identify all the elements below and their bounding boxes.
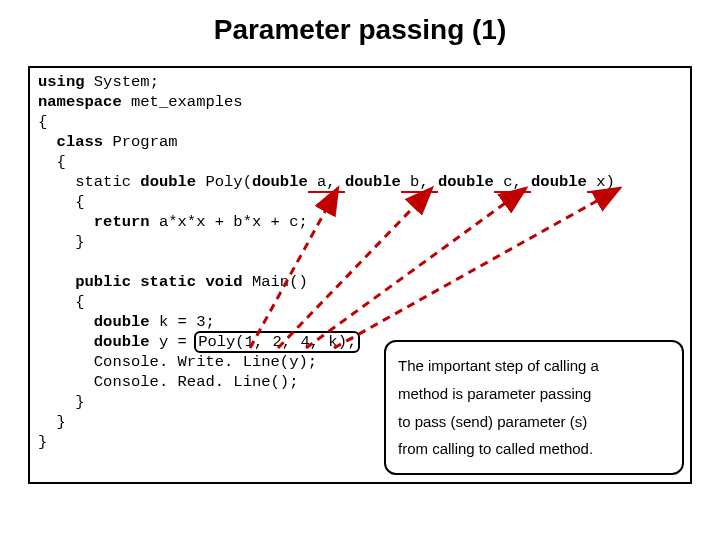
kw-using: using — [38, 73, 85, 91]
t: { — [38, 153, 66, 171]
kw-namespace: namespace — [38, 93, 122, 111]
t: } — [38, 413, 66, 431]
kw-double: double — [252, 173, 308, 191]
kw-double: double — [140, 173, 196, 191]
t: Main() — [243, 273, 308, 291]
t: { — [38, 293, 85, 311]
note-line: The important step of calling a — [398, 352, 670, 380]
t: { — [38, 193, 85, 211]
kw-double: double — [38, 333, 150, 351]
kw-return: return — [38, 213, 150, 231]
t: met_examples — [122, 93, 243, 111]
param-c: c, — [494, 173, 531, 193]
t: k = 3; — [150, 313, 215, 331]
t: a*x*x + b*x + c; — [150, 213, 308, 231]
kw-class: class — [38, 133, 103, 151]
kw-double: double — [345, 173, 401, 191]
t: y = — [150, 333, 197, 351]
param-b: b, — [401, 173, 438, 193]
kw-double: double — [531, 173, 587, 191]
t: Program — [103, 133, 177, 151]
kw-void: void — [196, 273, 243, 291]
t: } — [38, 433, 47, 451]
kw-double: double — [438, 173, 494, 191]
t: } — [38, 233, 85, 251]
call-highlight: Poly(1, 2, 4, k); — [194, 331, 360, 353]
note-line: to pass (send) parameter (s) — [398, 408, 670, 436]
param-a: a, — [308, 173, 345, 193]
t: Console. Read. Line(); — [38, 373, 298, 391]
kw-double: double — [38, 313, 150, 331]
t — [38, 253, 47, 271]
t: static — [38, 173, 140, 191]
note-line: method is parameter passing — [398, 380, 670, 408]
t: } — [38, 393, 85, 411]
t: { — [38, 113, 47, 131]
param-x: x) — [587, 173, 615, 193]
note-box: The important step of calling a method i… — [384, 340, 684, 475]
kw-public: public — [38, 273, 131, 291]
kw-static: static — [131, 273, 196, 291]
note-line: from calling to called method. — [398, 435, 670, 463]
t: System; — [85, 73, 159, 91]
t: Console. Write. Line(y); — [38, 353, 317, 371]
page-title: Parameter passing (1) — [0, 14, 720, 46]
t: Poly( — [196, 173, 252, 191]
